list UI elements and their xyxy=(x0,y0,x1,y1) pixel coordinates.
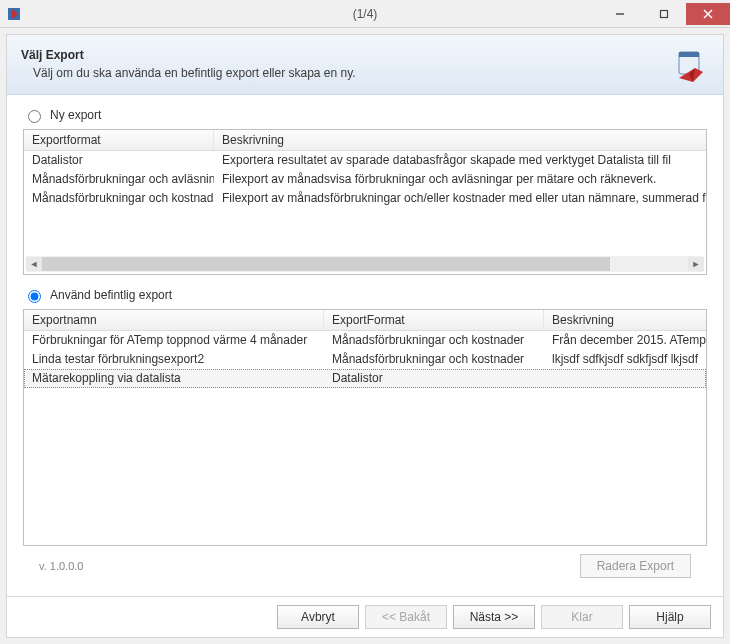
export-icon xyxy=(669,44,709,84)
col-desc: Beskrivning xyxy=(214,130,706,150)
col-format: Exportformat xyxy=(24,130,214,150)
formats-list-rows: Datalistor Exportera resultatet av spara… xyxy=(24,151,706,208)
table-row[interactable]: Datalistor Exportera resultatet av spara… xyxy=(24,151,706,170)
formats-list[interactable]: Exportformat Beskrivning Datalistor Expo… xyxy=(23,129,707,275)
table-row[interactable]: Förbrukningar för ATemp toppnod värme 4 … xyxy=(24,331,706,350)
exports-list[interactable]: Exportnamn ExportFormat Beskrivning Förb… xyxy=(23,309,707,546)
finish-button[interactable]: Klar xyxy=(541,605,623,629)
radio-use-existing[interactable] xyxy=(28,290,41,303)
exports-list-rows: Förbrukningar för ATemp toppnod värme 4 … xyxy=(24,331,706,388)
radio-new-export-label: Ny export xyxy=(50,108,101,122)
close-button[interactable] xyxy=(686,3,730,25)
delete-export-button[interactable]: Radera Export xyxy=(580,554,691,578)
window-titlebar: (1/4) xyxy=(0,0,730,28)
table-row[interactable]: Månadsförbrukningar och avläsningar File… xyxy=(24,170,706,189)
scroll-right-icon[interactable]: ► xyxy=(688,257,704,271)
header-subtitle: Välj om du ska använda en befintlig expo… xyxy=(33,66,659,80)
help-button[interactable]: Hjälp xyxy=(629,605,711,629)
maximize-button[interactable] xyxy=(642,3,686,25)
formats-list-header: Exportformat Beskrivning xyxy=(24,130,706,151)
minimize-button[interactable] xyxy=(598,3,642,25)
col-exportformat: ExportFormat xyxy=(324,310,544,330)
radio-new-export[interactable] xyxy=(28,110,41,123)
formats-scrollbar[interactable]: ◄ ► xyxy=(26,256,704,272)
scroll-thumb[interactable] xyxy=(42,257,610,271)
app-icon xyxy=(6,6,22,22)
col-exportname: Exportnamn xyxy=(24,310,324,330)
scroll-left-icon[interactable]: ◄ xyxy=(26,257,42,271)
radio-use-existing-label: Använd befintlig export xyxy=(50,288,172,302)
next-button[interactable]: Nästa >> xyxy=(453,605,535,629)
table-row[interactable]: Linda testar förbrukningsexport2 Månadsf… xyxy=(24,350,706,369)
cancel-button[interactable]: Avbryt xyxy=(277,605,359,629)
svg-rect-6 xyxy=(679,52,699,57)
back-button[interactable]: << Bakåt xyxy=(365,605,447,629)
wizard-header: Välj Export Välj om du ska använda en be… xyxy=(7,35,723,95)
exports-list-header: Exportnamn ExportFormat Beskrivning xyxy=(24,310,706,331)
header-title: Välj Export xyxy=(21,48,659,62)
col-exportdesc: Beskrivning xyxy=(544,310,706,330)
window-body: Välj Export Välj om du ska använda en be… xyxy=(0,28,730,644)
wizard-button-bar: Avbryt << Bakåt Nästa >> Klar Hjälp xyxy=(7,596,723,637)
version-label: v. 1.0.0.0 xyxy=(39,560,83,572)
table-row[interactable]: Månadsförbrukningar och kostnader Filexp… xyxy=(24,189,706,208)
svg-rect-2 xyxy=(661,10,668,17)
table-row[interactable]: Mätarekoppling via datalista Datalistor xyxy=(24,369,706,388)
